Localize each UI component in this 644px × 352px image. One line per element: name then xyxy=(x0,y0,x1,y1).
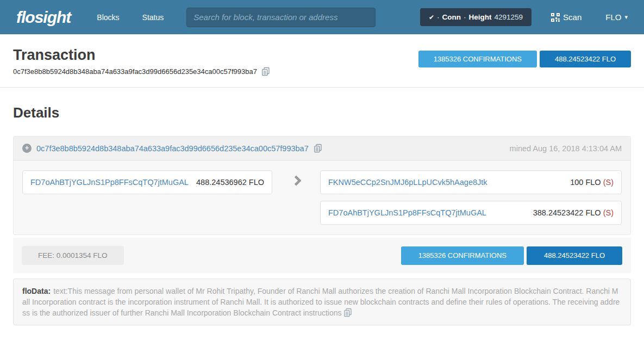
separator: · xyxy=(437,13,440,21)
chevron-down-icon: ▾ xyxy=(624,14,628,21)
fee-strip: FEE: 0.0001354 FLO 1385326 CONFIRMATIONS… xyxy=(13,238,631,273)
output-amount: 388.24523422 FLO (S) xyxy=(533,208,614,217)
flodata-text: text:This message from personal wallet o… xyxy=(22,287,620,317)
flodata-card: floData:text:This message from personal … xyxy=(13,279,631,325)
inputs-column: FD7oAhBTjYGLJnS1Pp8FFsCqTQ7jtMuGAL 488.2… xyxy=(22,170,272,225)
output-amount: 100 FLO (S) xyxy=(570,178,614,187)
outputs-column: FKNW5eCCp2SnJMJ6pLLpUCvk5hAage8Jtk 100 F… xyxy=(320,170,622,225)
fee-strip-buttons: 1385326 CONFIRMATIONS 488.24523422 FLO xyxy=(401,246,622,265)
scan-label: Scan xyxy=(563,13,582,22)
transaction-summary-buttons: 1385326 CONFIRMATIONS 488.24523422 FLO xyxy=(418,51,631,87)
transaction-header: Transaction 0c7f3e8b8b5924d8b348aba74a63… xyxy=(0,34,644,88)
search-input[interactable] xyxy=(186,8,376,27)
details-title: Details xyxy=(13,104,631,121)
transaction-hash: 0c7f3e8b8b5924d8b348aba74a633a9fac3d99d6… xyxy=(13,67,257,76)
copy-icon[interactable] xyxy=(261,67,270,76)
transaction-title-block: Transaction 0c7f3e8b8b5924d8b348aba74a63… xyxy=(13,34,270,87)
connection-status-badge: ✔ · Conn · Height 4291259 xyxy=(420,8,532,26)
output-row: FD7oAhBTjYGLJnS1Pp8FFsCqTQ7jtMuGAL 388.2… xyxy=(320,201,622,225)
input-amount: 488.24536962 FLO xyxy=(196,178,264,187)
mined-timestamp: mined Aug 16, 2018 4:13:04 AM xyxy=(510,144,622,153)
copy-icon[interactable] xyxy=(343,308,352,317)
output-address-link[interactable]: FKNW5eCCp2SnJMJ6pLLpUCvk5hAage8Jtk xyxy=(328,178,487,187)
logo[interactable]: flosight xyxy=(16,8,71,27)
spent-flag[interactable]: (S) xyxy=(603,178,614,187)
spent-flag[interactable]: (S) xyxy=(603,208,614,217)
transaction-card: + 0c7f3e8b8b5924d8b348aba74a633a9fac3d99… xyxy=(13,136,631,235)
confirmations-button[interactable]: 1385326 CONFIRMATIONS xyxy=(401,246,524,265)
output-row: FKNW5eCCp2SnJMJ6pLLpUCvk5hAage8Jtk 100 F… xyxy=(320,170,622,194)
currency-label: FLO xyxy=(605,13,621,22)
scan-button[interactable]: Scan xyxy=(551,13,582,22)
input-address-link[interactable]: FD7oAhBTjYGLJnS1Pp8FFsCqTQ7jtMuGAL xyxy=(30,178,189,187)
output-address-link[interactable]: FD7oAhBTjYGLJnS1Pp8FFsCqTQ7jtMuGAL xyxy=(328,208,486,217)
output-amount-value: 388.24523422 FLO xyxy=(533,208,601,217)
height-label: Height xyxy=(469,13,492,21)
nav-link-status[interactable]: Status xyxy=(142,13,164,22)
check-icon: ✔ xyxy=(429,14,434,21)
copy-icon[interactable] xyxy=(314,144,322,153)
arrow-right-icon xyxy=(291,175,302,186)
conn-label: Conn xyxy=(442,13,461,21)
currency-dropdown[interactable]: FLO ▾ xyxy=(605,13,628,22)
navbar-right: ✔ · Conn · Height 4291259 Scan FLO ▾ xyxy=(420,8,628,26)
amount-button[interactable]: 488.24523422 FLO xyxy=(527,246,622,265)
input-row: FD7oAhBTjYGLJnS1Pp8FFsCqTQ7jtMuGAL 488.2… xyxy=(22,170,272,194)
amount-button[interactable]: 488.24523422 FLO xyxy=(540,51,631,67)
transaction-io: FD7oAhBTjYGLJnS1Pp8FFsCqTQ7jtMuGAL 488.2… xyxy=(14,160,630,234)
confirmations-button[interactable]: 1385326 CONFIRMATIONS xyxy=(418,51,537,67)
flodata-label: floData: xyxy=(22,287,51,295)
separator: · xyxy=(464,13,466,21)
height-value: 4291259 xyxy=(495,13,523,21)
details-section: Details + 0c7f3e8b8b5924d8b348aba74a633a… xyxy=(0,104,644,325)
output-amount-value: 100 FLO xyxy=(570,178,601,187)
navbar: flosight Blocks Status ✔ · Conn · Height… xyxy=(0,0,644,34)
expand-icon[interactable]: + xyxy=(22,144,32,153)
arrow-column xyxy=(272,170,320,225)
qr-code-icon xyxy=(551,13,560,22)
page-title: Transaction xyxy=(13,47,270,64)
transaction-hash-link[interactable]: 0c7f3e8b8b5924d8b348aba74a633a9fac3d99d6… xyxy=(36,144,309,153)
nav-link-blocks[interactable]: Blocks xyxy=(97,13,119,22)
fee-badge: FEE: 0.0001354 FLO xyxy=(22,246,124,265)
transaction-card-header: + 0c7f3e8b8b5924d8b348aba74a633a9fac3d99… xyxy=(14,137,630,160)
